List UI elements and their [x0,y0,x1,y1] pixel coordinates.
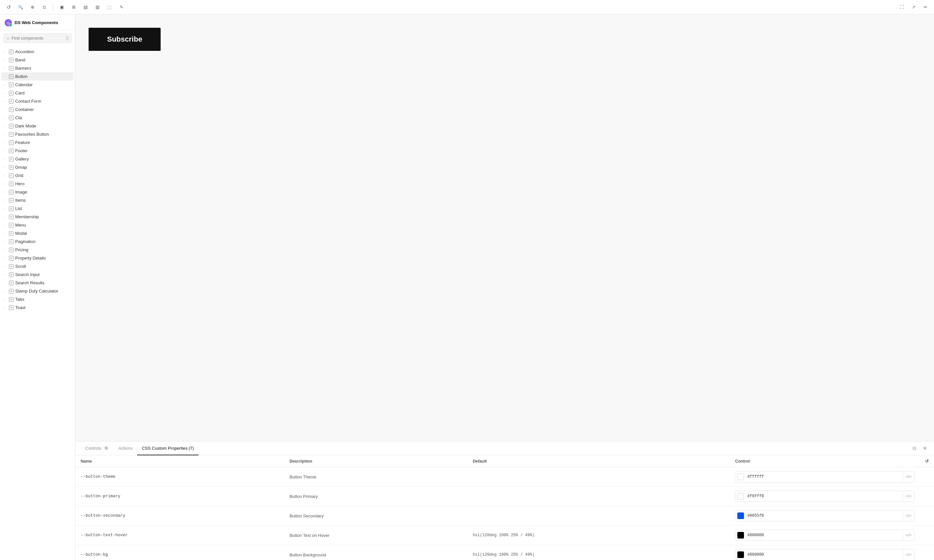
sidebar-item-pagination[interactable]: › ⊞ Pagination [2,237,74,246]
color-control[interactable]: #ffffff </> [735,471,914,482]
color-code-toggle[interactable]: </> [903,491,914,502]
sidebar-item-band[interactable]: › ⊞ Band [2,56,74,64]
color-swatch[interactable] [737,474,744,480]
zoom-out-icon[interactable]: 🔍 [16,3,25,12]
color-swatch[interactable] [737,551,744,558]
color-swatch[interactable] [737,532,744,538]
canvas-main: Subscribe [76,14,934,441]
toolbar: ↺ 🔍 ⊕ ⊡ ▣ ⊞ ▤ ▥ ⬚ ✎ ⛶ ↗ ✏ [0,0,934,14]
sidebar-item-card[interactable]: › ⊞ Card [2,89,74,97]
panel-layout-icon[interactable]: ⊟ [910,445,918,452]
sidebar-item-stamp-duty-calculator[interactable]: › ⊞ Stamp Duty Calculator [2,287,74,295]
sidebar-item-gallery[interactable]: › ⊞ Gallery [2,155,74,163]
sidebar-item-scroll[interactable]: › ⊞ Scroll [2,262,74,271]
block-icon: ⊞ [9,239,14,244]
search-shortcut: / [65,36,69,41]
color-value: #000000 [746,552,903,557]
sidebar-item-image[interactable]: › ⊞ Image [2,188,74,196]
sidebar-item-container[interactable]: › ⊞ Container [2,105,74,114]
nav-item-label: Calendar [15,82,33,87]
prop-control[interactable]: #000000 </> [730,526,920,545]
sidebar-item-pricing[interactable]: › ⊞ Pricing [2,246,74,254]
color-swatch[interactable] [737,493,744,500]
sidebar-item-button[interactable]: › ⊞ Button [2,72,74,81]
zoom-in-icon[interactable]: ⊕ [28,3,37,12]
tab-controls[interactable]: Controls6 [81,442,114,455]
fullscreen-icon[interactable]: ⛶ [897,3,906,12]
color-control[interactable]: #0055f0 </> [735,510,914,522]
layout-icon[interactable]: ▤ [81,3,90,12]
sidebar-item-membership[interactable]: › ⊞ Membership [2,213,74,221]
prop-control[interactable]: #000000 </> [730,545,920,560]
nav-item-label: Hero [15,181,25,186]
color-code-toggle[interactable]: </> [903,472,914,482]
color-code-toggle[interactable]: </> [903,511,914,521]
nav-item-label: Gmap [15,165,27,170]
sidebar-item-tabs[interactable]: › ⊞ Tabs [2,295,74,303]
sidebar-item-gmap[interactable]: › ⊞ Gmap [2,163,74,171]
nav-item-label: Stamp Duty Calculator [15,289,58,294]
sidebar-item-dark-mode[interactable]: › ⊞ Dark Mode [2,122,74,130]
block-icon: ⊞ [9,190,14,194]
sidebar-item-accordion[interactable]: › ⊞ Accordion [2,48,74,56]
tab-actions[interactable]: Actions [114,442,137,455]
frame-icon[interactable]: ▣ [57,3,66,12]
prop-control[interactable]: #ffffff </> [730,467,920,487]
sidebar-item-banners[interactable]: › ⊞ Banners [2,64,74,72]
sidebar-item-modal[interactable]: › ⊞ Modal [2,229,74,237]
prop-control[interactable]: #f8fff8 </> [730,487,920,506]
sidebar-item-calendar[interactable]: › ⊞ Calendar [2,81,74,89]
nav-item-label: Dark Mode [15,123,36,128]
expand-icon: › [4,166,7,169]
expand-icon: › [4,108,7,111]
edit-icon[interactable]: ✎ [117,3,126,12]
search-box[interactable]: ⌕ / [3,33,72,43]
search-input[interactable] [12,36,63,41]
sidebar-item-cta[interactable]: › ⊞ Cta [2,114,74,122]
color-code-toggle[interactable]: </> [903,530,914,540]
nav-item-label: Menu [15,223,26,228]
refresh-icon[interactable]: ↺ [4,3,13,12]
fit-icon[interactable]: ⊡ [40,3,49,12]
sidebar-item-hero[interactable]: › ⊞ Hero [2,180,74,188]
tab-css-custom-properties-(7)[interactable]: CSS Custom Properties (7) [137,442,199,455]
tab-label: Actions [119,446,133,451]
block-icon: ⊞ [9,289,14,294]
expand-icon: › [4,67,7,70]
sidebar-item-search-results[interactable]: › ⊞ Search Results [2,278,74,287]
sidebar-item-items[interactable]: › ⊞ Items [2,196,74,205]
prop-description: Button Theme [284,467,468,487]
sidebar-item-menu[interactable]: › ⊞ Menu [2,221,74,229]
expand-icon: › [4,298,7,301]
panel-icon[interactable]: ▥ [93,3,102,12]
sidebar-item-contact-form[interactable]: › ⊞ Contact Form [2,97,74,105]
pen-icon[interactable]: ✏ [921,3,930,12]
expand-icon: › [4,174,7,177]
grid-view-icon[interactable]: ⊞ [69,3,78,12]
color-code-toggle[interactable]: </> [903,549,914,560]
color-control[interactable]: #000000 </> [735,530,914,541]
sidebar-item-favourites-button[interactable]: › ⊞ Favourites Button [2,130,74,138]
external-link-icon[interactable]: ↗ [909,3,918,12]
sidebar-item-list[interactable]: › ⊞ List [2,205,74,213]
panel-tab-icons: ⊟ ✕ [910,445,929,452]
component-icons: ⊞ [9,74,14,79]
nav-item-label: Toast [15,305,25,310]
sidebar-item-footer[interactable]: › ⊞ Footer [2,146,74,155]
sidebar-item-search-input[interactable]: › ⊞ Search Input [2,271,74,278]
expand-icon: › [4,50,7,54]
color-control[interactable]: #000000 </> [735,549,914,560]
sidebar-item-toast[interactable]: › ⊞ Toast [2,303,74,312]
sidebar-item-property-details[interactable]: › ⊞ Property Details [2,254,74,262]
component-icons: ⊞ [9,107,14,112]
prop-name: --button-theme [76,467,284,487]
color-control[interactable]: #f8fff8 </> [735,491,914,502]
prop-control[interactable]: #0055f0 </> [730,506,920,526]
color-swatch[interactable] [737,512,744,519]
col-name: Name [76,455,284,467]
crop-icon[interactable]: ⬚ [105,3,114,12]
sidebar-item-feature[interactable]: › ⊞ Feature [2,138,74,146]
subscribe-button[interactable]: Subscribe [89,28,161,51]
sidebar-item-grid[interactable]: › ⊞ Grid [2,171,74,180]
panel-close-icon[interactable]: ✕ [921,445,929,452]
